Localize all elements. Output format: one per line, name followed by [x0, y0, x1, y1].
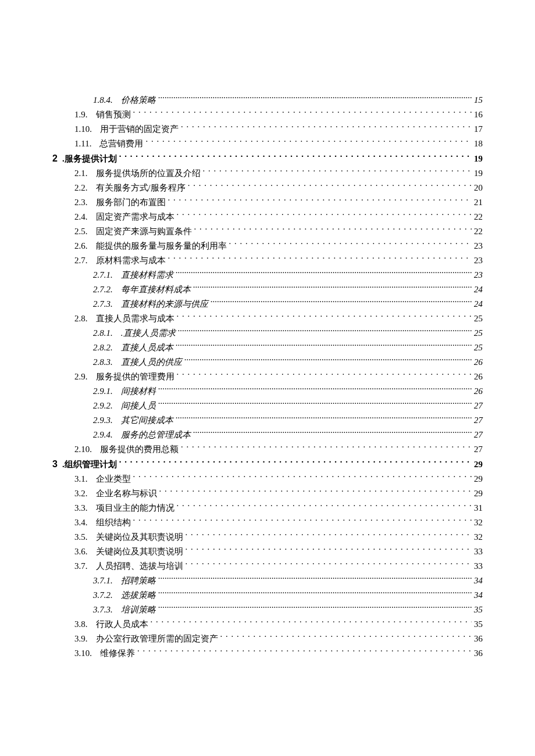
toc-entry-number: 2.8.1. — [93, 326, 113, 341]
toc-entry-number: 3.9. — [74, 632, 88, 646]
toc-entry: 2.6.能提供的服务量与服务量的利用率23 — [52, 239, 483, 253]
toc-entry-number: 2.8.2. — [93, 341, 113, 355]
toc-entry-title: 原材料需求与成本 — [96, 253, 166, 268]
toc-entry: 2.服务提供计划19 — [52, 151, 483, 166]
toc-entry: 3.组织管理计划29 — [52, 457, 483, 472]
toc-entry-title: 选拔策略 — [121, 588, 156, 603]
toc-leader-dots — [229, 240, 472, 249]
toc-entry-title: 行政人员成本 — [96, 617, 148, 632]
toc-leader-dots — [177, 313, 472, 321]
toc-entry: 2.8.直接人员需求与成本25 — [52, 311, 483, 326]
toc-entry-title: .直接人员需求 — [121, 326, 176, 341]
toc-entry: 2.9.2.间接人员27 — [52, 399, 483, 413]
toc-entry-title: 企业类型 — [96, 472, 131, 486]
toc-entry: 3.10.维修保养36 — [52, 646, 483, 661]
toc-entry: 3.2.企业名称与标识29 — [52, 486, 483, 501]
toc-entry: 3.7.1.招聘策略34 — [52, 574, 483, 588]
toc-entry-title: 其它间接成本 — [121, 413, 173, 428]
toc-entry: 2.7.1.直接材料需求23 — [52, 268, 483, 282]
toc-entry-number: 2.7.1. — [93, 268, 113, 282]
toc-entry-page: 25 — [474, 341, 483, 355]
toc-entry-title: 服务提供的管理费用 — [96, 370, 174, 384]
toc-leader-dots — [168, 255, 472, 263]
toc-entry: 2.4.固定资产需求与成本22 — [52, 210, 483, 224]
toc-entry: 3.8.行政人员成本35 — [52, 617, 483, 632]
toc-entry-page: 22 — [474, 210, 483, 224]
toc-entry-title: 用于营销的固定资产 — [100, 122, 179, 137]
toc-leader-dots — [133, 109, 472, 117]
toc-entry: 2.7.2.每年直接材料成本24 — [52, 282, 483, 297]
toc-entry-number: 3.6. — [74, 544, 88, 559]
toc-entry-title: 服务提供的费用总额 — [100, 442, 179, 457]
toc-entry: 3.6.关键岗位及其职责说明33 — [52, 544, 483, 559]
toc-leader-dots — [178, 327, 472, 336]
toc-entry-number: 2.7. — [74, 253, 88, 268]
toc-entry-title: 固定资产需求与成本 — [96, 210, 174, 224]
toc-leader-dots — [119, 458, 472, 467]
toc-entry-title: 间接材料 — [121, 384, 156, 399]
toc-leader-dots — [133, 473, 472, 482]
toc-entry-number: 3.3. — [74, 501, 88, 515]
toc-leader-dots — [177, 211, 472, 220]
toc-entry-title: 服务的总管理成本 — [121, 428, 191, 442]
toc-entry-title: 间接人员 — [121, 399, 156, 413]
toc-leader-dots — [186, 560, 472, 569]
toc-entry-number: 2.7.2. — [93, 282, 113, 297]
toc-entry-number: 2.5. — [74, 224, 88, 239]
toc-leader-dots — [186, 531, 472, 540]
toc-entry-number: 2.2. — [74, 181, 88, 195]
toc-entry-page: 35 — [474, 617, 483, 632]
toc-leader-dots — [158, 604, 472, 612]
toc-entry-number: 2.9.4. — [93, 428, 113, 442]
toc-entry: 2.5.固定资产来源与购置条件22 — [52, 224, 483, 239]
toc-entry-number: 3.7.3. — [93, 603, 113, 617]
toc-leader-dots — [220, 633, 472, 642]
toc-entry-page: 20 — [474, 181, 483, 195]
toc-entry-title: 关键岗位及其职责说明 — [96, 530, 183, 544]
toc-entry: 3.7.人员招聘、选拔与培训33 — [52, 559, 483, 574]
toc-entry-page: 34 — [474, 574, 483, 588]
toc-entry: 2.9.4.服务的总管理成本27 — [52, 428, 483, 442]
toc-entry-page: 26 — [474, 355, 483, 370]
toc-entry-page: 34 — [474, 588, 483, 603]
toc-entry-page: 27 — [474, 399, 483, 413]
toc-entry-page: 29 — [474, 472, 483, 486]
toc-entry-page: 33 — [474, 544, 483, 559]
toc-leader-dots — [133, 517, 472, 525]
toc-entry-number: 3.7.2. — [93, 588, 113, 603]
toc-entry-page: 33 — [474, 559, 483, 574]
toc-entry-number: 2.9.1. — [93, 384, 113, 399]
toc-entry-title: 销售预测 — [96, 108, 131, 122]
toc-entry: 3.4.组织结构32 — [52, 515, 483, 530]
toc-entry-title: 总营销费用 — [99, 137, 143, 151]
toc-entry-number: 1.10. — [74, 122, 92, 137]
toc-leader-dots — [158, 385, 472, 394]
toc-entry-number: 2.9.2. — [93, 399, 113, 413]
toc-entry-page: 27 — [474, 442, 483, 457]
toc-leader-dots — [145, 138, 472, 146]
toc-entry-number: 2.9. — [74, 370, 88, 384]
toc-entry-page: 17 — [474, 122, 483, 137]
toc-entry-page: 19 — [474, 152, 483, 166]
toc-entry-page: 32 — [474, 530, 483, 544]
toc-entry-number: 3 — [52, 457, 58, 471]
toc-entry-number: 3.5. — [74, 530, 88, 544]
toc-entry: 3.1.企业类型29 — [52, 472, 483, 486]
toc-entry-number: 3.8. — [74, 617, 88, 632]
toc-entry-title: 服务提供场所的位置及介绍 — [96, 166, 201, 181]
toc-entry-title: 直接人员成本 — [121, 341, 173, 355]
table-of-contents: 1.8.4.价格策略151.9.销售预测161.10.用于营销的固定资产171.… — [52, 93, 483, 661]
toc-leader-dots — [193, 284, 472, 292]
toc-entry-number: 3.2. — [74, 486, 88, 501]
toc-entry-page: 23 — [474, 268, 483, 282]
toc-entry: 2.3.服务部门的布置图21 — [52, 195, 483, 210]
toc-leader-dots — [176, 269, 472, 278]
toc-leader-dots — [181, 443, 472, 452]
toc-entry-page: 31 — [474, 501, 483, 515]
toc-leader-dots — [194, 225, 472, 234]
toc-entry-page: 26 — [474, 384, 483, 399]
toc-leader-dots — [193, 429, 472, 438]
toc-entry-number: 2.6. — [74, 239, 88, 253]
toc-entry-title: 人员招聘、选拔与培训 — [96, 559, 183, 574]
toc-entry: 1.8.4.价格策略15 — [52, 93, 483, 108]
